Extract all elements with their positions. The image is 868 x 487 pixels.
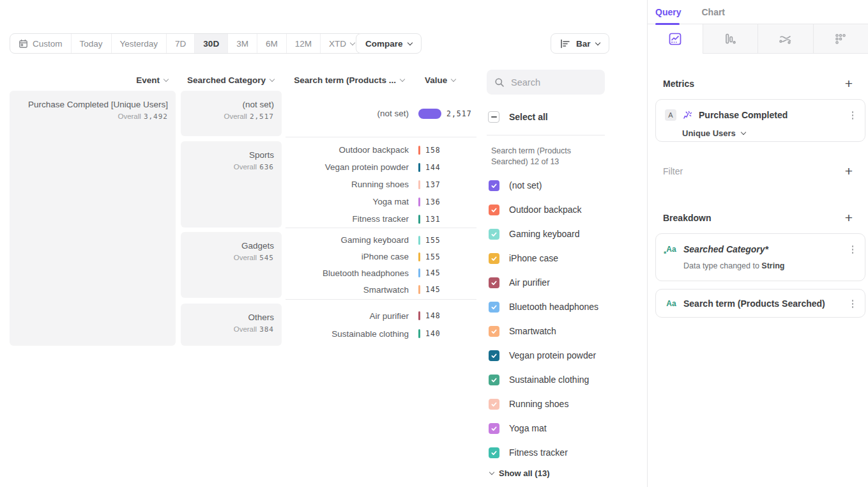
term-row[interactable]: Outdoor backpack 158	[286, 141, 477, 158]
event-card-overall: Overall3,492	[28, 112, 168, 121]
column-header-value[interactable]: Value	[425, 75, 462, 85]
legend-item-sustainable-clothing[interactable]: Sustainable clothing	[489, 367, 642, 392]
chevron-down-icon	[489, 470, 494, 475]
tab-flows[interactable]	[758, 24, 813, 54]
category-card[interactable]: Others Overall384	[181, 304, 282, 346]
kebab-menu-icon[interactable]	[849, 243, 857, 256]
term-row[interactable]: Vegan protein powder 144	[286, 158, 477, 176]
term-row[interactable]: Sustainable clothing 140	[286, 325, 477, 343]
checkbox-checked[interactable]	[489, 180, 499, 191]
checkbox-checked[interactable]	[489, 277, 499, 288]
checkbox-checked[interactable]	[489, 447, 499, 458]
category-overall: Overall2,517	[224, 112, 274, 121]
select-all-label: Select all	[509, 112, 548, 122]
legend-item-label: Air purifier	[509, 277, 550, 288]
term-row[interactable]: Smartwatch 145	[286, 281, 477, 298]
group-divider	[286, 299, 476, 300]
add-metric-button[interactable]: +	[842, 75, 855, 91]
checkbox-checked[interactable]	[489, 375, 499, 385]
range-button-12m[interactable]: 12M	[286, 34, 320, 53]
query-panel: Query Chart	[647, 0, 868, 487]
funnels-icon	[723, 32, 737, 46]
checkbox-checked[interactable]	[489, 253, 499, 264]
legend-item-fitness-tracker[interactable]: Fitness tracker	[489, 440, 642, 465]
legend-item-label: Yoga mat	[509, 423, 547, 433]
breakdown-heading: Breakdown	[663, 213, 711, 223]
select-all-checkbox[interactable]	[488, 111, 499, 123]
legend-item-bluetooth-headphones[interactable]: Bluetooth headphones	[489, 295, 642, 319]
kebab-menu-icon[interactable]	[849, 109, 857, 122]
legend-item-vegan-protein-powder[interactable]: Vegan protein powder	[489, 343, 642, 367]
legend-item--not-set-[interactable]: (not set)	[489, 173, 642, 197]
value-bar: 2,517	[418, 109, 472, 119]
term-row[interactable]: iPhone case 155	[286, 249, 477, 265]
term-row[interactable]: Bluetooth headphones 145	[286, 265, 477, 282]
range-button-today[interactable]: Today	[71, 34, 111, 53]
add-breakdown-button[interactable]: +	[842, 210, 855, 226]
checkbox-checked[interactable]	[489, 350, 499, 361]
checkbox-checked[interactable]	[489, 205, 499, 215]
legend-item-outdoor-backpack[interactable]: Outdoor backpack	[489, 197, 642, 222]
legend-search[interactable]	[487, 70, 605, 95]
report-type-tabs	[648, 24, 868, 54]
range-button-yesterday[interactable]: Yesterday	[111, 34, 167, 53]
measure-selector[interactable]: Unique Users	[656, 122, 865, 147]
event-card[interactable]: Purchase Completed [Unique Users] Overal…	[10, 91, 176, 346]
checkbox-checked[interactable]	[489, 302, 499, 313]
compare-button[interactable]: Compare	[356, 33, 422, 54]
legend-item-label: Gaming keyboard	[509, 229, 580, 239]
term-row[interactable]: Running shoes 137	[286, 176, 477, 193]
category-card[interactable]: (not set) Overall2,517	[181, 91, 282, 136]
checkbox-checked[interactable]	[489, 423, 499, 434]
breakdown-note: Data type changed to String	[656, 256, 865, 279]
chevron-down-icon	[451, 76, 456, 81]
category-card[interactable]: Sports Overall636	[181, 141, 282, 228]
term-value: 140	[425, 329, 441, 338]
checkbox-checked[interactable]	[489, 229, 499, 240]
range-button-7d[interactable]: 7D	[166, 34, 194, 53]
range-button-30d[interactable]: 30D	[194, 34, 227, 53]
show-all-button[interactable]: Show all (13)	[490, 468, 549, 478]
range-button-3m[interactable]: 3M	[227, 34, 257, 53]
category-name: Gadgets	[234, 241, 274, 251]
range-button-6m[interactable]: 6M	[257, 34, 286, 53]
legend-item-iphone-case[interactable]: iPhone case	[489, 246, 642, 270]
term-label: (not set)	[286, 109, 409, 118]
kebab-menu-icon[interactable]	[849, 297, 857, 311]
filter-heading: Filter	[663, 166, 683, 176]
legend-item-gaming-keyboard[interactable]: Gaming keyboard	[489, 222, 642, 246]
tab-funnels[interactable]	[703, 24, 758, 54]
legend-item-air-purifier[interactable]: Air purifier	[489, 270, 642, 295]
legend-item-label: Outdoor backpack	[509, 205, 582, 215]
tab-insights[interactable]	[648, 24, 703, 54]
range-button-custom[interactable]: Custom	[10, 34, 71, 53]
term-row[interactable]: Air purifier 148	[286, 307, 477, 325]
tab-retention[interactable]	[813, 24, 868, 54]
checkbox-checked[interactable]	[489, 399, 499, 410]
select-all[interactable]: Select all	[488, 111, 548, 123]
legend-item-running-shoes[interactable]: Running shoes	[489, 392, 642, 416]
breakdown-card-searched-category[interactable]: Aa* Searched Category* Data type changed…	[655, 233, 865, 281]
add-filter-button[interactable]: +	[842, 163, 855, 179]
checkbox-checked[interactable]	[489, 326, 499, 337]
legend-item-smartwatch[interactable]: Smartwatch	[489, 319, 642, 343]
tab-chart[interactable]: Chart	[701, 7, 725, 17]
legend-item-yoga-mat[interactable]: Yoga mat	[489, 416, 642, 440]
term-row[interactable]: Fitness tracker 131	[286, 210, 477, 228]
search-input[interactable]	[511, 77, 594, 88]
value-bar: 148	[418, 311, 441, 320]
column-header-searched-category[interactable]: Searched Category	[181, 75, 274, 85]
term-row[interactable]: Yoga mat 136	[286, 193, 477, 210]
tab-query[interactable]: Query	[655, 7, 681, 17]
term-row[interactable]: Gaming keyboard 155	[286, 232, 477, 249]
metric-card[interactable]: A Purchase Completed Unique Users	[655, 99, 865, 142]
term-row[interactable]: (not set) 2,517	[286, 105, 477, 123]
column-header-event[interactable]: Event	[10, 75, 168, 85]
value-bar: 145	[418, 268, 441, 277]
query-panel-tabs: Query Chart	[648, 0, 868, 24]
category-card[interactable]: Gadgets Overall545	[181, 232, 282, 298]
insights-icon	[668, 32, 682, 46]
breakdown-card-search-term[interactable]: Aa Search term (Products Searched)	[655, 289, 865, 318]
breakdown-label: Searched Category*	[683, 244, 844, 254]
column-header-search-term[interactable]: Search term (Products ...	[286, 75, 404, 85]
